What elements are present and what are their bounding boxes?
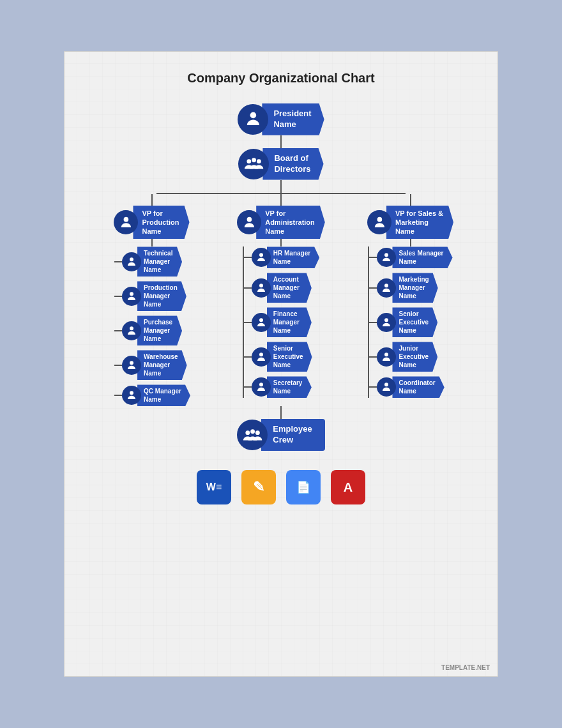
junior-exec-node: Junior Executive Name — [377, 342, 437, 372]
svg-point-15 — [259, 383, 263, 387]
purchase-manager-node: Purchase Manager Name — [122, 315, 182, 345]
col-production: VP for Production Name — [93, 194, 211, 407]
account-manager-node: Account Manager Name — [252, 273, 312, 303]
president-section: President Name — [238, 103, 324, 193]
three-columns: VP for Production Name — [93, 194, 469, 407]
col-sales: VP for Sales & Marketing Name — [351, 194, 469, 398]
watermark: TEMPLATE.NET — [441, 664, 490, 671]
svg-point-16 — [377, 216, 382, 222]
bottom-connector: Employee Crew — [237, 406, 324, 451]
prod-item-1: Technical Manager Name — [114, 246, 190, 277]
svg-point-10 — [247, 216, 252, 222]
line-board-vps — [280, 180, 282, 193]
footer: W≡ ✎ 📄 A — [197, 470, 365, 504]
svg-point-2 — [257, 159, 261, 163]
board-icon — [238, 149, 269, 179]
prod-item-4: Warehouse Manager Name — [114, 350, 190, 380]
hr-manager-node: HR Manager Name — [252, 246, 319, 268]
gdocs-icon[interactable]: 📄 — [286, 470, 321, 504]
svg-point-17 — [384, 254, 388, 257]
admin-reports: HR Manager Name Account — [243, 246, 319, 398]
svg-point-13 — [259, 318, 263, 322]
sales-reports: Sales Manager Name Marketing — [368, 246, 452, 398]
page-title: Company Organizational Chart — [187, 71, 374, 86]
vp-admin-label: VP for Administration Name — [256, 206, 325, 239]
secretary-node: Secretary Name — [252, 376, 312, 398]
prod-item-5: QC Manager Name — [114, 384, 190, 406]
org-chart: President Name — [77, 103, 485, 451]
board-label: Board of Directors — [262, 148, 323, 180]
president-node: President Name — [238, 103, 324, 135]
prod-item-2: Production Manager Name — [114, 281, 190, 311]
svg-point-8 — [130, 361, 133, 365]
vp-sales-label: VP for Sales & Marketing Name — [386, 206, 453, 239]
word-icon[interactable]: W≡ — [197, 470, 231, 504]
line-to-employee — [280, 406, 282, 419]
page: Company Organizational Chart President N… — [64, 51, 498, 677]
prod-item-3: Purchase Manager Name — [114, 315, 190, 345]
svg-point-20 — [384, 353, 388, 356]
svg-point-19 — [384, 318, 388, 322]
admin-senior-exec-node: Senior Executive Name — [252, 342, 312, 372]
svg-point-22 — [245, 430, 250, 435]
technical-manager-node: Technical Manager Name — [122, 246, 182, 277]
line-vp3 — [410, 194, 411, 206]
president-label: President Name — [262, 103, 324, 135]
svg-point-3 — [252, 158, 256, 162]
board-node: Board of Directors — [238, 148, 323, 180]
vp-production-node: VP for Production Name — [114, 206, 189, 239]
vp-sales-icon — [367, 210, 391, 234]
line-president-board — [280, 135, 282, 148]
svg-point-7 — [130, 326, 133, 330]
svg-point-14 — [259, 353, 263, 356]
qc-manager-node: QC Manager Name — [122, 384, 190, 406]
marketing-manager-node: Marketing Manager Name — [377, 273, 437, 303]
svg-point-1 — [247, 159, 251, 163]
coordinator-node: Coordinator Name — [377, 376, 444, 398]
pages-icon[interactable]: ✎ — [241, 470, 276, 504]
svg-point-11 — [259, 254, 263, 257]
prod-reports: Technical Manager Name — [113, 246, 190, 406]
svg-point-23 — [255, 430, 260, 435]
sales-manager-node: Sales Manager Name — [377, 246, 452, 268]
svg-point-5 — [130, 257, 133, 261]
svg-point-9 — [130, 391, 133, 395]
svg-point-6 — [130, 292, 133, 296]
production-manager-node: Production Manager Name — [122, 281, 186, 311]
sales-senior-exec-node: Senior Executive Name — [377, 307, 437, 337]
prod-items: Technical Manager Name — [114, 246, 190, 406]
svg-point-4 — [124, 216, 129, 222]
prod-horiz-1 — [114, 261, 122, 262]
col-admin: VP for Administration Name — [222, 194, 340, 398]
employee-crew-node: Employee Crew — [237, 419, 324, 451]
tm-icon — [122, 252, 141, 271]
vp-sales-node: VP for Sales & Marketing Name — [367, 206, 453, 239]
svg-point-18 — [384, 284, 388, 287]
president-icon — [238, 104, 268, 135]
vp-admin-node: VP for Administration Name — [237, 206, 325, 239]
svg-point-12 — [259, 284, 263, 287]
warehouse-manager-node: Warehouse Manager Name — [122, 350, 187, 380]
svg-point-21 — [384, 383, 388, 387]
line-vp2 — [280, 194, 282, 206]
line-prod-reports — [151, 239, 153, 246]
vp-horizontal-bar — [156, 193, 406, 194]
vp-admin-icon — [237, 210, 261, 234]
svg-point-24 — [250, 429, 255, 434]
finance-manager-node: Finance Manager Name — [252, 307, 312, 337]
acrobat-icon[interactable]: A — [331, 470, 365, 504]
vp-production-label: VP for Production Name — [133, 206, 189, 239]
line-vp1 — [151, 194, 153, 206]
employee-crew-label: Employee Crew — [261, 419, 324, 451]
tm-label: Technical Manager Name — [137, 246, 182, 277]
svg-point-0 — [250, 112, 257, 119]
